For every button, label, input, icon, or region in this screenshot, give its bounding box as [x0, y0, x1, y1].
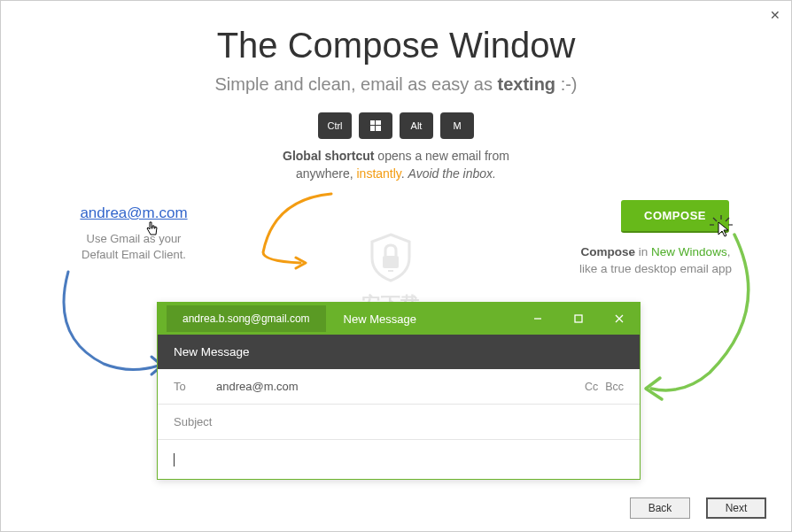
minimize-icon: [532, 313, 543, 324]
default-client-caption: Use Gmail as your Default Email Client.: [45, 231, 222, 263]
account-tab[interactable]: andrea.b.song@gmail.com: [167, 305, 326, 332]
watermark-shield-icon: [367, 231, 415, 284]
text-cursor-icon: [174, 453, 175, 466]
cc-link[interactable]: Cc: [585, 381, 598, 393]
svg-rect-2: [370, 126, 375, 131]
to-value: andrea@m.com: [216, 380, 585, 393]
hand-cursor-icon: [144, 220, 162, 238]
compose-caption: Compose in New Windows, like a true desk…: [554, 244, 757, 278]
close-icon: [614, 313, 625, 324]
key-windows: [359, 112, 392, 139]
mailto-link[interactable]: andrea@m.com: [80, 204, 187, 221]
compose-window-titlebar[interactable]: andrea.b.song@gmail.com New Message: [158, 303, 640, 335]
message-header: New Message: [158, 335, 640, 369]
compose-button[interactable]: COMPOSE: [621, 200, 729, 233]
window-close-button[interactable]: [599, 303, 640, 335]
svg-rect-9: [383, 256, 399, 268]
subject-label: Subject: [174, 415, 212, 428]
windows-icon: [370, 120, 381, 131]
bcc-link[interactable]: Bcc: [605, 381, 624, 393]
svg-rect-1: [376, 120, 381, 125]
svg-rect-3: [376, 126, 381, 131]
shortcut-keys: Ctrl Alt M: [1, 112, 791, 139]
default-client-block: andrea@m.com Use Gmail as your Default E…: [45, 204, 222, 263]
compose-window: andrea.b.song@gmail.com New Message New …: [157, 302, 641, 480]
blue-arrow-icon: [50, 266, 175, 390]
svg-rect-0: [370, 120, 375, 125]
minimize-button[interactable]: [517, 303, 558, 335]
to-label: To: [174, 380, 216, 393]
to-row[interactable]: To andrea@m.com Cc Bcc: [158, 369, 640, 405]
key-alt: Alt: [400, 112, 433, 139]
page-title: The Compose Window: [1, 26, 791, 66]
subject-row[interactable]: Subject: [158, 405, 640, 440]
page-subtitle: Simple and clean, email as easy as texti…: [1, 74, 791, 95]
maximize-icon: [573, 313, 584, 324]
close-button[interactable]: ✕: [770, 8, 780, 22]
back-button[interactable]: Back: [630, 497, 690, 519]
shortcut-blurb: Global shortcut opens a new email from a…: [1, 148, 791, 182]
svg-rect-12: [575, 315, 582, 322]
orange-arrow-icon: [247, 190, 345, 270]
window-title: New Message: [344, 312, 517, 326]
key-m: M: [440, 112, 474, 139]
message-body[interactable]: [158, 440, 640, 479]
maximize-button[interactable]: [558, 303, 599, 335]
next-button[interactable]: Next: [706, 497, 766, 519]
key-ctrl: Ctrl: [318, 112, 352, 139]
